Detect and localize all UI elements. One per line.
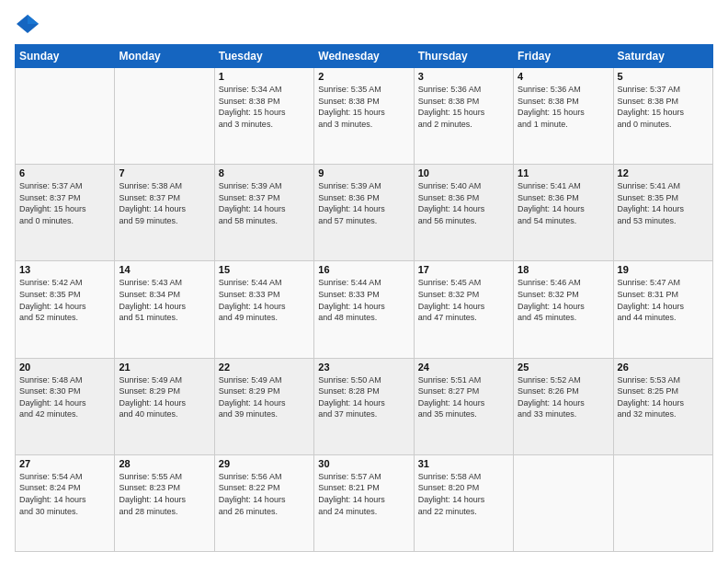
day-info: Sunrise: 5:38 AM Sunset: 8:37 PM Dayligh… [119,180,210,226]
day-cell: 25Sunrise: 5:52 AM Sunset: 8:26 PM Dayli… [514,358,613,454]
day-number: 25 [518,362,609,373]
day-info: Sunrise: 5:54 AM Sunset: 8:24 PM Dayligh… [19,471,110,517]
day-info: Sunrise: 5:43 AM Sunset: 8:34 PM Dayligh… [119,277,210,323]
day-cell: 12Sunrise: 5:41 AM Sunset: 8:35 PM Dayli… [613,165,712,261]
day-info: Sunrise: 5:49 AM Sunset: 8:29 PM Dayligh… [119,374,210,420]
day-cell: 23Sunrise: 5:50 AM Sunset: 8:28 PM Dayli… [314,358,414,454]
day-number: 17 [418,264,509,275]
day-number: 18 [518,264,609,275]
day-cell: 29Sunrise: 5:56 AM Sunset: 8:22 PM Dayli… [214,454,313,551]
day-cell: 11Sunrise: 5:41 AM Sunset: 8:36 PM Dayli… [514,165,613,261]
day-cell: 30Sunrise: 5:57 AM Sunset: 8:21 PM Dayli… [314,454,414,551]
logo [15,11,44,37]
day-cell: 15Sunrise: 5:44 AM Sunset: 8:33 PM Dayli… [214,261,313,358]
day-number: 2 [318,71,409,82]
day-number: 12 [618,167,709,178]
week-row-2: 13Sunrise: 5:42 AM Sunset: 8:35 PM Dayli… [16,261,713,358]
day-cell: 26Sunrise: 5:53 AM Sunset: 8:25 PM Dayli… [613,358,712,454]
day-cell: 13Sunrise: 5:42 AM Sunset: 8:35 PM Dayli… [16,261,115,358]
day-number: 16 [318,264,409,275]
day-cell: 14Sunrise: 5:43 AM Sunset: 8:34 PM Dayli… [115,261,214,358]
day-number: 1 [219,71,310,82]
day-number: 6 [19,167,110,178]
day-cell: 7Sunrise: 5:38 AM Sunset: 8:37 PM Daylig… [115,165,214,261]
calendar-header: SundayMondayTuesdayWednesdayThursdayFrid… [16,45,713,68]
day-info: Sunrise: 5:56 AM Sunset: 8:22 PM Dayligh… [219,471,310,517]
week-row-3: 20Sunrise: 5:48 AM Sunset: 8:30 PM Dayli… [16,358,713,454]
day-cell: 21Sunrise: 5:49 AM Sunset: 8:29 PM Dayli… [115,358,214,454]
day-cell [16,68,115,165]
day-info: Sunrise: 5:41 AM Sunset: 8:35 PM Dayligh… [618,180,709,226]
day-cell: 18Sunrise: 5:46 AM Sunset: 8:32 PM Dayli… [514,261,613,358]
header-day-tuesday: Tuesday [214,45,313,68]
day-info: Sunrise: 5:40 AM Sunset: 8:36 PM Dayligh… [418,180,509,226]
day-info: Sunrise: 5:42 AM Sunset: 8:35 PM Dayligh… [19,277,110,323]
header-day-thursday: Thursday [414,45,513,68]
day-cell: 3Sunrise: 5:36 AM Sunset: 8:38 PM Daylig… [414,68,513,165]
day-info: Sunrise: 5:46 AM Sunset: 8:32 PM Dayligh… [518,277,609,323]
day-cell: 19Sunrise: 5:47 AM Sunset: 8:31 PM Dayli… [613,261,712,358]
day-info: Sunrise: 5:52 AM Sunset: 8:26 PM Dayligh… [518,374,609,420]
day-info: Sunrise: 5:51 AM Sunset: 8:27 PM Dayligh… [418,374,509,420]
calendar-body: 1Sunrise: 5:34 AM Sunset: 8:38 PM Daylig… [16,68,713,552]
week-row-0: 1Sunrise: 5:34 AM Sunset: 8:38 PM Daylig… [16,68,713,165]
day-info: Sunrise: 5:44 AM Sunset: 8:33 PM Dayligh… [219,277,310,323]
day-cell: 6Sunrise: 5:37 AM Sunset: 8:37 PM Daylig… [16,165,115,261]
day-number: 29 [219,458,310,469]
day-cell: 8Sunrise: 5:39 AM Sunset: 8:37 PM Daylig… [214,165,313,261]
day-cell: 10Sunrise: 5:40 AM Sunset: 8:36 PM Dayli… [414,165,513,261]
day-cell: 16Sunrise: 5:44 AM Sunset: 8:33 PM Dayli… [314,261,414,358]
page: SundayMondayTuesdayWednesdayThursdayFrid… [0,0,728,563]
day-info: Sunrise: 5:39 AM Sunset: 8:37 PM Dayligh… [219,180,310,226]
day-number: 30 [318,458,409,469]
day-number: 8 [219,167,310,178]
day-info: Sunrise: 5:49 AM Sunset: 8:29 PM Dayligh… [219,374,310,420]
day-number: 26 [618,362,709,373]
day-number: 19 [618,264,709,275]
day-cell [115,68,214,165]
day-cell: 17Sunrise: 5:45 AM Sunset: 8:32 PM Dayli… [414,261,513,358]
day-info: Sunrise: 5:41 AM Sunset: 8:36 PM Dayligh… [518,180,609,226]
day-info: Sunrise: 5:35 AM Sunset: 8:38 PM Dayligh… [318,84,409,130]
logo-icon [15,11,40,37]
day-number: 11 [518,167,609,178]
header-day-saturday: Saturday [613,45,712,68]
day-info: Sunrise: 5:57 AM Sunset: 8:21 PM Dayligh… [318,471,409,517]
day-cell: 27Sunrise: 5:54 AM Sunset: 8:24 PM Dayli… [16,454,115,551]
day-cell: 1Sunrise: 5:34 AM Sunset: 8:38 PM Daylig… [214,68,313,165]
header-day-wednesday: Wednesday [314,45,414,68]
day-info: Sunrise: 5:58 AM Sunset: 8:20 PM Dayligh… [418,471,509,517]
day-number: 5 [618,71,709,82]
day-info: Sunrise: 5:50 AM Sunset: 8:28 PM Dayligh… [318,374,409,420]
day-info: Sunrise: 5:48 AM Sunset: 8:30 PM Dayligh… [19,374,110,420]
day-number: 15 [219,264,310,275]
week-row-4: 27Sunrise: 5:54 AM Sunset: 8:24 PM Dayli… [16,454,713,551]
day-number: 24 [418,362,509,373]
day-info: Sunrise: 5:45 AM Sunset: 8:32 PM Dayligh… [418,277,509,323]
header [15,11,713,37]
day-info: Sunrise: 5:34 AM Sunset: 8:38 PM Dayligh… [219,84,310,130]
day-cell: 20Sunrise: 5:48 AM Sunset: 8:30 PM Dayli… [16,358,115,454]
day-info: Sunrise: 5:47 AM Sunset: 8:31 PM Dayligh… [618,277,709,323]
day-number: 31 [418,458,509,469]
day-number: 3 [418,71,509,82]
day-number: 4 [518,71,609,82]
calendar-table: SundayMondayTuesdayWednesdayThursdayFrid… [15,44,713,552]
day-number: 14 [119,264,210,275]
day-number: 23 [318,362,409,373]
day-number: 22 [219,362,310,373]
day-cell: 2Sunrise: 5:35 AM Sunset: 8:38 PM Daylig… [314,68,414,165]
day-info: Sunrise: 5:37 AM Sunset: 8:38 PM Dayligh… [618,84,709,130]
day-number: 13 [19,264,110,275]
week-row-1: 6Sunrise: 5:37 AM Sunset: 8:37 PM Daylig… [16,165,713,261]
day-number: 28 [119,458,210,469]
day-cell: 4Sunrise: 5:36 AM Sunset: 8:38 PM Daylig… [514,68,613,165]
day-cell: 31Sunrise: 5:58 AM Sunset: 8:20 PM Dayli… [414,454,513,551]
day-number: 10 [418,167,509,178]
day-cell: 9Sunrise: 5:39 AM Sunset: 8:36 PM Daylig… [314,165,414,261]
day-info: Sunrise: 5:37 AM Sunset: 8:37 PM Dayligh… [19,180,110,226]
day-info: Sunrise: 5:36 AM Sunset: 8:38 PM Dayligh… [418,84,509,130]
day-number: 20 [19,362,110,373]
day-number: 21 [119,362,210,373]
day-cell: 22Sunrise: 5:49 AM Sunset: 8:29 PM Dayli… [214,358,313,454]
